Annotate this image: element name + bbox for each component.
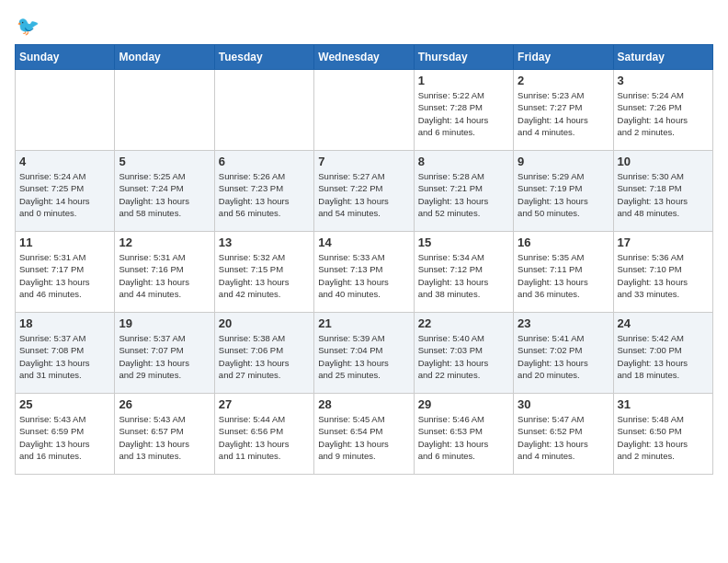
- day-number: 24: [618, 316, 709, 330]
- calendar-cell: 13Sunrise: 5:32 AM Sunset: 7:15 PM Dayli…: [214, 232, 313, 313]
- calendar-day-header: Wednesday: [314, 45, 414, 70]
- calendar-cell: 31Sunrise: 5:48 AM Sunset: 6:50 PM Dayli…: [613, 394, 712, 475]
- day-number: 3: [618, 74, 709, 87]
- calendar-cell: 15Sunrise: 5:34 AM Sunset: 7:12 PM Dayli…: [414, 232, 513, 313]
- day-number: 7: [318, 155, 409, 168]
- calendar-cell: 27Sunrise: 5:44 AM Sunset: 6:56 PM Dayli…: [214, 394, 313, 475]
- day-info: Sunrise: 5:28 AM Sunset: 7:21 PM Dayligh…: [418, 170, 509, 219]
- day-number: 12: [119, 236, 210, 249]
- calendar-cell: 6Sunrise: 5:26 AM Sunset: 7:23 PM Daylig…: [214, 151, 313, 232]
- day-info: Sunrise: 5:43 AM Sunset: 6:59 PM Dayligh…: [19, 413, 110, 462]
- calendar-cell: 2Sunrise: 5:23 AM Sunset: 7:27 PM Daylig…: [514, 70, 613, 151]
- day-info: Sunrise: 5:48 AM Sunset: 6:50 PM Dayligh…: [618, 413, 709, 462]
- calendar-cell: 8Sunrise: 5:28 AM Sunset: 7:21 PM Daylig…: [414, 151, 513, 232]
- day-number: 14: [318, 236, 409, 249]
- day-info: Sunrise: 5:26 AM Sunset: 7:23 PM Dayligh…: [219, 170, 310, 219]
- calendar-day-header: Saturday: [613, 45, 712, 70]
- calendar-cell: 25Sunrise: 5:43 AM Sunset: 6:59 PM Dayli…: [16, 394, 115, 475]
- calendar-cell: 4Sunrise: 5:24 AM Sunset: 7:25 PM Daylig…: [16, 151, 115, 232]
- calendar-day-header: Tuesday: [214, 45, 313, 70]
- day-info: Sunrise: 5:39 AM Sunset: 7:04 PM Dayligh…: [318, 332, 409, 381]
- calendar-day-header: Sunday: [16, 45, 115, 70]
- calendar-cell: [16, 70, 115, 151]
- day-info: Sunrise: 5:46 AM Sunset: 6:53 PM Dayligh…: [418, 413, 509, 462]
- day-info: Sunrise: 5:41 AM Sunset: 7:02 PM Dayligh…: [518, 332, 609, 381]
- calendar-table: SundayMondayTuesdayWednesdayThursdayFrid…: [15, 44, 713, 475]
- calendar-cell: [214, 70, 313, 151]
- calendar-week-row: 4Sunrise: 5:24 AM Sunset: 7:25 PM Daylig…: [16, 151, 713, 232]
- day-info: Sunrise: 5:47 AM Sunset: 6:52 PM Dayligh…: [518, 413, 609, 462]
- calendar-week-row: 25Sunrise: 5:43 AM Sunset: 6:59 PM Dayli…: [16, 394, 713, 475]
- day-number: 16: [518, 236, 609, 249]
- day-number: 26: [119, 397, 210, 411]
- day-info: Sunrise: 5:42 AM Sunset: 7:00 PM Dayligh…: [618, 332, 709, 381]
- day-number: 1: [418, 74, 509, 87]
- day-number: 6: [219, 155, 310, 168]
- day-number: 21: [318, 316, 409, 330]
- calendar-cell: 7Sunrise: 5:27 AM Sunset: 7:22 PM Daylig…: [314, 151, 414, 232]
- day-number: 9: [518, 155, 609, 168]
- calendar-cell: 1Sunrise: 5:22 AM Sunset: 7:28 PM Daylig…: [414, 70, 513, 151]
- day-info: Sunrise: 5:31 AM Sunset: 7:16 PM Dayligh…: [119, 251, 210, 300]
- calendar-cell: 29Sunrise: 5:46 AM Sunset: 6:53 PM Dayli…: [414, 394, 513, 475]
- calendar-cell: 5Sunrise: 5:25 AM Sunset: 7:24 PM Daylig…: [115, 151, 214, 232]
- day-number: 8: [418, 155, 509, 168]
- day-number: 27: [219, 397, 310, 411]
- calendar-cell: 9Sunrise: 5:29 AM Sunset: 7:19 PM Daylig…: [514, 151, 613, 232]
- day-number: 15: [418, 236, 509, 249]
- day-number: 28: [318, 397, 409, 411]
- calendar-cell: 17Sunrise: 5:36 AM Sunset: 7:10 PM Dayli…: [613, 232, 712, 313]
- calendar-cell: 19Sunrise: 5:37 AM Sunset: 7:07 PM Dayli…: [115, 313, 214, 394]
- calendar-cell: 24Sunrise: 5:42 AM Sunset: 7:00 PM Dayli…: [613, 313, 712, 394]
- calendar-week-row: 1Sunrise: 5:22 AM Sunset: 7:28 PM Daylig…: [16, 70, 713, 151]
- day-number: 29: [418, 397, 509, 411]
- day-number: 4: [19, 155, 110, 168]
- calendar-cell: [314, 70, 414, 151]
- day-info: Sunrise: 5:24 AM Sunset: 7:25 PM Dayligh…: [19, 170, 110, 219]
- calendar-cell: 16Sunrise: 5:35 AM Sunset: 7:11 PM Dayli…: [514, 232, 613, 313]
- day-number: 30: [518, 397, 609, 411]
- page-header: 🐦: [15, 15, 713, 37]
- calendar-cell: 22Sunrise: 5:40 AM Sunset: 7:03 PM Dayli…: [414, 313, 513, 394]
- day-info: Sunrise: 5:34 AM Sunset: 7:12 PM Dayligh…: [418, 251, 509, 300]
- logo-bird-icon: 🐦: [17, 15, 40, 37]
- day-info: Sunrise: 5:36 AM Sunset: 7:10 PM Dayligh…: [618, 251, 709, 300]
- calendar-day-header: Thursday: [414, 45, 513, 70]
- calendar-cell: 20Sunrise: 5:38 AM Sunset: 7:06 PM Dayli…: [214, 313, 313, 394]
- calendar-cell: 28Sunrise: 5:45 AM Sunset: 6:54 PM Dayli…: [314, 394, 414, 475]
- day-info: Sunrise: 5:27 AM Sunset: 7:22 PM Dayligh…: [318, 170, 409, 219]
- day-number: 20: [219, 316, 310, 330]
- calendar-cell: 10Sunrise: 5:30 AM Sunset: 7:18 PM Dayli…: [613, 151, 712, 232]
- day-number: 13: [219, 236, 310, 249]
- calendar-week-row: 11Sunrise: 5:31 AM Sunset: 7:17 PM Dayli…: [16, 232, 713, 313]
- calendar-day-header: Monday: [115, 45, 214, 70]
- calendar-cell: 23Sunrise: 5:41 AM Sunset: 7:02 PM Dayli…: [514, 313, 613, 394]
- day-number: 19: [119, 316, 210, 330]
- day-number: 10: [618, 155, 709, 168]
- calendar-cell: 30Sunrise: 5:47 AM Sunset: 6:52 PM Dayli…: [514, 394, 613, 475]
- day-info: Sunrise: 5:33 AM Sunset: 7:13 PM Dayligh…: [318, 251, 409, 300]
- calendar-cell: [115, 70, 214, 151]
- calendar-cell: 14Sunrise: 5:33 AM Sunset: 7:13 PM Dayli…: [314, 232, 414, 313]
- day-number: 23: [518, 316, 609, 330]
- calendar-header-row: SundayMondayTuesdayWednesdayThursdayFrid…: [16, 45, 713, 70]
- day-info: Sunrise: 5:38 AM Sunset: 7:06 PM Dayligh…: [219, 332, 310, 381]
- day-info: Sunrise: 5:45 AM Sunset: 6:54 PM Dayligh…: [318, 413, 409, 462]
- day-info: Sunrise: 5:43 AM Sunset: 6:57 PM Dayligh…: [119, 413, 210, 462]
- day-info: Sunrise: 5:44 AM Sunset: 6:56 PM Dayligh…: [219, 413, 310, 462]
- day-number: 17: [618, 236, 709, 249]
- day-info: Sunrise: 5:22 AM Sunset: 7:28 PM Dayligh…: [418, 89, 509, 138]
- day-info: Sunrise: 5:37 AM Sunset: 7:08 PM Dayligh…: [19, 332, 110, 381]
- day-number: 18: [19, 316, 110, 330]
- calendar-cell: 26Sunrise: 5:43 AM Sunset: 6:57 PM Dayli…: [115, 394, 214, 475]
- calendar-cell: 21Sunrise: 5:39 AM Sunset: 7:04 PM Dayli…: [314, 313, 414, 394]
- day-info: Sunrise: 5:23 AM Sunset: 7:27 PM Dayligh…: [518, 89, 609, 138]
- calendar-cell: 18Sunrise: 5:37 AM Sunset: 7:08 PM Dayli…: [16, 313, 115, 394]
- day-number: 25: [19, 397, 110, 411]
- calendar-cell: 12Sunrise: 5:31 AM Sunset: 7:16 PM Dayli…: [115, 232, 214, 313]
- day-info: Sunrise: 5:37 AM Sunset: 7:07 PM Dayligh…: [119, 332, 210, 381]
- day-info: Sunrise: 5:29 AM Sunset: 7:19 PM Dayligh…: [518, 170, 609, 219]
- day-info: Sunrise: 5:24 AM Sunset: 7:26 PM Dayligh…: [618, 89, 709, 138]
- day-number: 31: [618, 397, 709, 411]
- day-info: Sunrise: 5:31 AM Sunset: 7:17 PM Dayligh…: [19, 251, 110, 300]
